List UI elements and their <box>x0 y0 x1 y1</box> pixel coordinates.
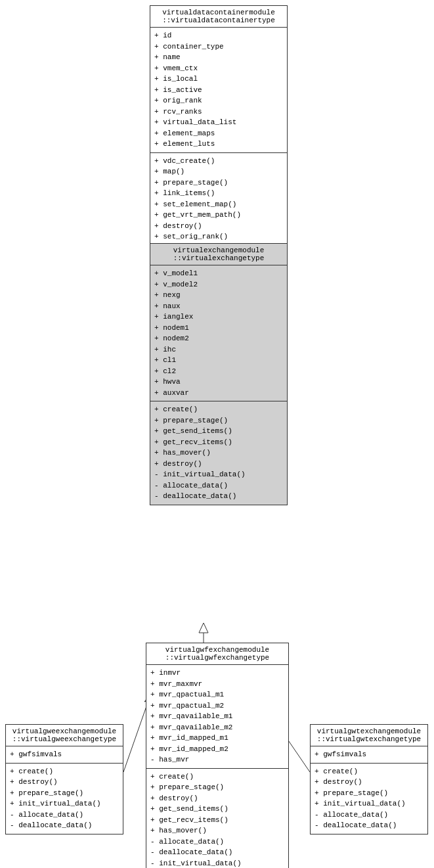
list-item: + init_virtual_data() <box>315 798 423 810</box>
list-item: - init_virtual_data() <box>154 469 283 480</box>
vexchange-methods: + create()+ prepare_stage()+ get_send_it… <box>150 401 287 505</box>
vgwfexchange-attributes: + inmvr+ mvr_maxmvr+ mvr_qpactual_m1+ mv… <box>146 665 288 769</box>
vexchange-title-line2: ::virtualexchangetype <box>154 254 283 262</box>
list-item: + orig_rank <box>154 95 283 106</box>
vgwfexchange-title-line2: ::virtualgwfexchangetype <box>150 654 284 662</box>
list-item: + destroy() <box>150 793 284 804</box>
vgwtexchange-title-line2: ::virtualgwtexchangetype <box>315 735 423 743</box>
list-item: + nodem2 <box>154 333 283 344</box>
list-item: - deallocate_data() <box>150 847 284 858</box>
list-item: + get_recv_items() <box>150 815 284 826</box>
list-item: - allocate_data() <box>10 810 119 821</box>
vgweexchange-attributes: + gwfsimvals <box>6 746 123 764</box>
vdc-title-line2: ::virtualdatacontainertype <box>154 16 283 24</box>
list-item: - deallocate_data() <box>315 820 423 831</box>
list-item: + is_active <box>154 85 283 96</box>
list-item: - has_mvr <box>150 754 284 765</box>
vgwtexchange-title-line1: virtualgwtexchangemodule <box>315 727 423 735</box>
list-item: + mvr_qpactual_m1 <box>150 689 284 700</box>
list-item: + prepare_stage() <box>154 415 283 426</box>
list-item: - deallocate_data() <box>10 820 119 831</box>
vgweexchange-box: virtualgweexchangemodule ::virtualgweexc… <box>5 724 123 834</box>
list-item: + cl2 <box>154 366 283 377</box>
list-item: + mvr_id_mapped_m2 <box>150 744 284 755</box>
list-item: + destroy() <box>315 777 423 788</box>
vgwfexchange-title: virtualgwfexchangemodule ::virtualgwfexc… <box>146 643 288 665</box>
vgweexchange-title-line1: virtualgweexchangemodule <box>10 727 119 735</box>
list-item: + gwfsimvals <box>315 749 423 760</box>
list-item: - deallocate_data() <box>154 491 283 502</box>
list-item: + naux <box>154 301 283 312</box>
list-item: + prepare_stage() <box>154 177 283 189</box>
list-item: + prepare_stage() <box>150 782 284 793</box>
list-item: - allocate_data() <box>154 480 283 491</box>
list-item: + map() <box>154 166 283 177</box>
list-item: + create() <box>10 766 119 777</box>
list-item: + get_send_items() <box>154 426 283 437</box>
list-item: + hwva <box>154 377 283 388</box>
list-item: + get_recv_items() <box>154 437 283 448</box>
list-item: + is_local <box>154 74 283 85</box>
list-item: + element_luts <box>154 139 283 150</box>
list-item: + nexg <box>154 290 283 301</box>
vdc-attributes: + id+ container_type+ name+ vmem_ctx+ is… <box>150 28 287 153</box>
list-item: + set_orig_rank() <box>154 231 283 242</box>
list-item: + vmem_ctx <box>154 63 283 74</box>
list-item: + destroy() <box>154 221 283 232</box>
vgwfexchange-methods: + create()+ prepare_stage()+ destroy()+ … <box>146 769 288 869</box>
list-item: + init_virtual_data() <box>10 798 119 810</box>
vgweexchange-title-line2: ::virtualgweexchangetype <box>10 735 119 743</box>
list-item: + get_vrt_mem_path() <box>154 210 283 221</box>
list-item: + virtual_data_list <box>154 117 283 128</box>
vgwfexchange-title-line1: virtualgwfexchangemodule <box>150 646 284 654</box>
list-item: + prepare_stage() <box>10 788 119 799</box>
list-item: + gwfsimvals <box>10 749 119 760</box>
list-item: + prepare_stage() <box>315 788 423 799</box>
list-item: + mvr_id_mapped_m1 <box>150 733 284 744</box>
list-item: + has_mover() <box>154 447 283 459</box>
list-item: + ihc <box>154 344 283 355</box>
list-item: + vdc_create() <box>154 156 283 167</box>
list-item: - init_virtual_data() <box>150 858 284 869</box>
vgweexchange-title: virtualgweexchangemodule ::virtualgweexc… <box>6 725 123 746</box>
vdc-title-line1: virtualdatacontainermodule <box>154 9 283 16</box>
list-item: + id <box>154 30 283 41</box>
vgwtexchange-methods: + create()+ destroy()+ prepare_stage()+ … <box>311 764 427 834</box>
vexchange-title-line1: virtualexchangemodule <box>154 246 283 254</box>
list-item: + v_model1 <box>154 268 283 279</box>
list-item: - allocate_data() <box>150 836 284 848</box>
list-item: + destroy() <box>10 777 119 788</box>
list-item: + name <box>154 52 283 63</box>
vgwtexchange-box: virtualgwtexchangemodule ::virtualgwtexc… <box>310 724 428 834</box>
list-item: + element_maps <box>154 128 283 139</box>
list-item: + mvr_maxmvr <box>150 679 284 690</box>
vexchange-title: virtualexchangemodule ::virtualexchanget… <box>150 244 287 265</box>
vgwtexchange-attributes: + gwfsimvals <box>311 746 427 764</box>
list-item: - allocate_data() <box>315 810 423 821</box>
list-item: + has_mover() <box>150 825 284 836</box>
vdc-title: virtualdatacontainermodule ::virtualdata… <box>150 6 287 28</box>
list-item: + container_type <box>154 41 283 53</box>
vgwfexchange-box: virtualgwfexchangemodule ::virtualgwfexc… <box>146 643 289 868</box>
list-item: + v_model2 <box>154 279 283 290</box>
list-item: + cl1 <box>154 355 283 366</box>
list-item: + link_items() <box>154 188 283 199</box>
list-item: + mvr_qavailable_m2 <box>150 722 284 733</box>
list-item: + create() <box>315 766 423 777</box>
list-item: + get_send_items() <box>150 804 284 815</box>
list-item: + create() <box>150 771 284 783</box>
list-item: + set_element_map() <box>154 199 283 210</box>
vgwtexchange-title: virtualgwtexchangemodule ::virtualgwtexc… <box>311 725 427 746</box>
list-item: + destroy() <box>154 459 283 470</box>
list-item: + ianglex <box>154 311 283 323</box>
vgweexchange-methods: + create()+ destroy()+ prepare_stage()+ … <box>6 764 123 834</box>
svg-marker-3 <box>199 623 208 633</box>
vexchange-attributes: + v_model1+ v_model2+ nexg+ naux+ iangle… <box>150 265 287 401</box>
list-item: + inmvr <box>150 668 284 679</box>
list-item: + create() <box>154 404 283 415</box>
list-item: + auxvar <box>154 388 283 399</box>
vexchange-box: virtualexchangemodule ::virtualexchanget… <box>150 243 288 505</box>
list-item: + rcv_ranks <box>154 106 283 118</box>
list-item: + mvr_qpactual_m2 <box>150 700 284 712</box>
list-item: + nodem1 <box>154 323 283 334</box>
